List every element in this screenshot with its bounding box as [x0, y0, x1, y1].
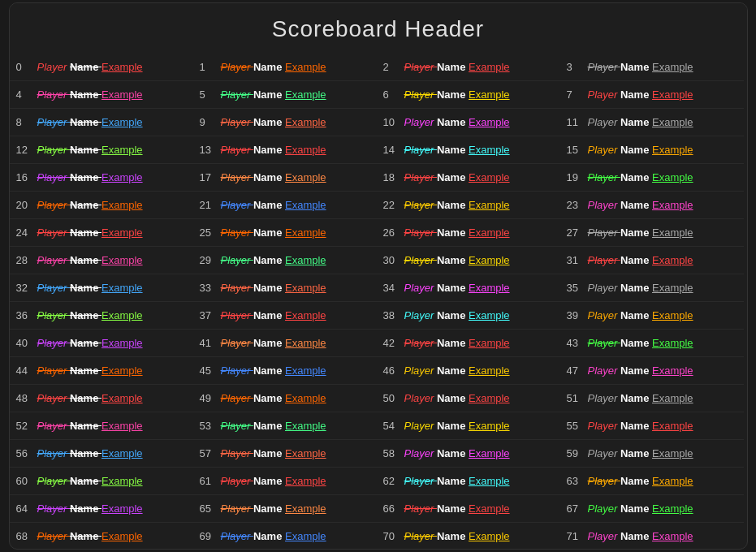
player-name: Player Name Example	[404, 226, 510, 239]
player-cell: 27 Player Name Example	[560, 219, 744, 247]
player-cell: 16 Player Name Example	[10, 164, 193, 192]
player-cell: 67 Player Name Example	[560, 495, 744, 523]
player-number: 44	[16, 364, 34, 377]
player-name: Player Name Example	[404, 61, 510, 73]
player-cell: 47 Player Name Example	[560, 357, 744, 385]
player-number: 31	[567, 254, 585, 266]
player-number: 50	[383, 392, 401, 404]
player-number: 27	[567, 226, 585, 239]
player-number: 23	[567, 199, 585, 211]
player-number: 19	[567, 171, 585, 183]
player-name: Player Name Example	[404, 364, 510, 377]
player-cell: 35 Player Name Example	[560, 274, 744, 302]
player-name: Player Name Example	[37, 282, 143, 294]
player-cell: 68 Player Name Example	[10, 523, 193, 549]
scoreboard-body[interactable]: 0 Player Name Example1 Player Name Examp…	[10, 54, 747, 549]
player-cell: 6 Player Name Example	[377, 81, 560, 109]
player-name: Player Name Example	[588, 502, 693, 515]
player-name: Player Name Example	[404, 199, 510, 211]
player-number: 14	[383, 144, 401, 156]
player-cell: 14 Player Name Example	[377, 136, 560, 164]
player-cell: 4 Player Name Example	[10, 81, 193, 109]
player-name: Player Name Example	[404, 502, 510, 515]
player-cell: 52 Player Name Example	[10, 412, 193, 440]
player-name: Player Name Example	[588, 144, 693, 156]
player-cell: 34 Player Name Example	[377, 274, 560, 302]
player-name: Player Name Example	[37, 475, 143, 487]
player-number: 58	[383, 447, 401, 459]
player-name: Player Name Example	[221, 116, 326, 128]
player-name: Player Name Example	[588, 61, 693, 73]
player-name: Player Name Example	[221, 475, 326, 487]
player-number: 4	[16, 88, 34, 101]
player-cell: 63 Player Name Example	[560, 468, 744, 495]
player-number: 69	[200, 530, 218, 542]
player-number: 35	[567, 282, 585, 294]
player-name: Player Name Example	[221, 144, 326, 156]
player-name: Player Name Example	[37, 61, 143, 73]
player-number: 40	[16, 337, 34, 349]
player-number: 21	[200, 199, 218, 211]
player-name: Player Name Example	[37, 420, 143, 432]
player-number: 28	[16, 254, 34, 266]
player-number: 29	[200, 254, 218, 266]
player-number: 47	[567, 364, 585, 377]
player-cell: 42 Player Name Example	[377, 330, 560, 357]
player-number: 34	[383, 282, 401, 294]
player-number: 61	[200, 475, 218, 487]
player-cell: 70 Player Name Example	[377, 523, 560, 549]
player-cell: 38 Player Name Example	[377, 302, 560, 330]
player-cell: 28 Player Name Example	[10, 247, 193, 274]
player-number: 42	[383, 337, 401, 349]
player-name: Player Name Example	[588, 530, 693, 542]
player-cell: 64 Player Name Example	[10, 495, 193, 523]
player-name: Player Name Example	[37, 88, 143, 101]
player-number: 0	[16, 61, 34, 73]
player-cell: 18 Player Name Example	[377, 164, 560, 192]
player-name: Player Name Example	[221, 226, 326, 239]
player-number: 18	[383, 171, 401, 183]
player-name: Player Name Example	[404, 420, 510, 432]
player-number: 60	[16, 475, 34, 487]
player-name: Player Name Example	[37, 364, 143, 377]
player-name: Player Name Example	[37, 502, 143, 515]
player-cell: 25 Player Name Example	[193, 219, 377, 247]
player-number: 62	[383, 475, 401, 487]
player-cell: 55 Player Name Example	[560, 412, 744, 440]
player-number: 1	[200, 61, 218, 73]
player-number: 3	[567, 61, 585, 73]
player-name: Player Name Example	[37, 171, 143, 183]
player-name: Player Name Example	[37, 392, 143, 404]
player-cell: 61 Player Name Example	[193, 468, 377, 495]
player-cell: 5 Player Name Example	[193, 81, 377, 109]
player-number: 15	[567, 144, 585, 156]
player-number: 7	[567, 88, 585, 101]
player-name: Player Name Example	[37, 116, 143, 128]
player-name: Player Name Example	[588, 199, 693, 211]
player-number: 5	[200, 88, 218, 101]
player-cell: 22 Player Name Example	[377, 192, 560, 219]
player-name: Player Name Example	[588, 337, 693, 349]
player-number: 13	[200, 144, 218, 156]
player-cell: 21 Player Name Example	[193, 192, 377, 219]
player-cell: 17 Player Name Example	[193, 164, 377, 192]
player-cell: 23 Player Name Example	[560, 192, 744, 219]
player-name: Player Name Example	[221, 530, 326, 542]
player-number: 63	[567, 475, 585, 487]
player-number: 68	[16, 530, 34, 542]
player-name: Player Name Example	[37, 144, 143, 156]
player-cell: 54 Player Name Example	[377, 412, 560, 440]
player-name: Player Name Example	[588, 282, 693, 294]
player-cell: 69 Player Name Example	[193, 523, 377, 549]
player-cell: 20 Player Name Example	[10, 192, 193, 219]
player-number: 51	[567, 392, 585, 404]
player-number: 55	[567, 420, 585, 432]
player-name: Player Name Example	[588, 420, 693, 432]
player-number: 64	[16, 502, 34, 515]
player-name: Player Name Example	[404, 282, 510, 294]
player-name: Player Name Example	[221, 61, 326, 73]
player-cell: 2 Player Name Example	[377, 54, 560, 81]
player-name: Player Name Example	[37, 309, 143, 321]
player-name: Player Name Example	[221, 254, 326, 266]
player-number: 17	[200, 171, 218, 183]
